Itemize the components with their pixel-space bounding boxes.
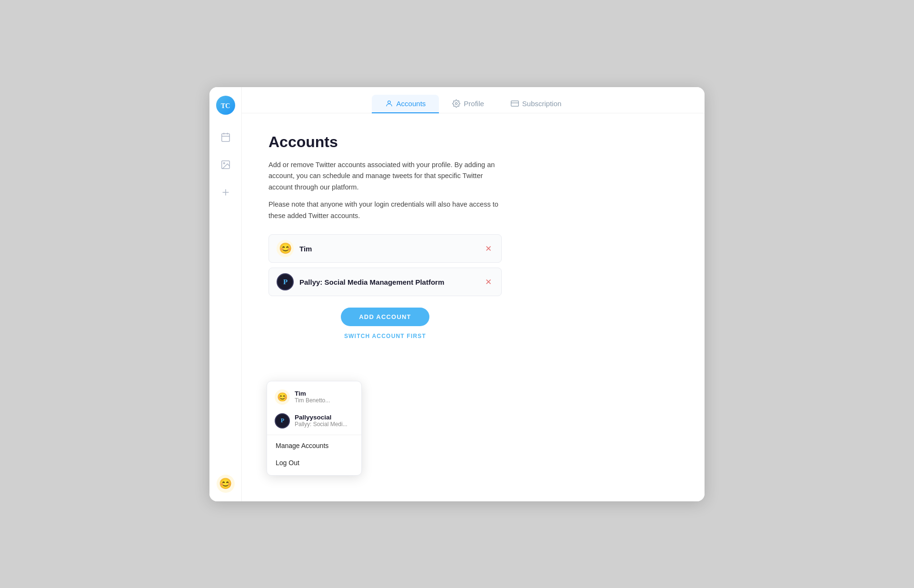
switch-account-button[interactable]: SWITCH ACCOUNT FIRST (268, 333, 502, 339)
dropdown-name-pallyy: Pallyysocial (295, 414, 348, 421)
dropdown-avatar-pallyy: P (275, 413, 290, 429)
page-body: Accounts Add or remove Twitter accounts … (242, 113, 705, 355)
account-avatar-tim: 😊 (277, 240, 294, 257)
dropdown-manage-accounts[interactable]: Manage Accounts (267, 437, 361, 454)
dropdown-avatar-tim: 😊 (275, 389, 290, 405)
dropdown-divider (267, 435, 361, 435)
account-avatar-pallyy: P (277, 273, 294, 290)
sidebar-item-add[interactable] (217, 183, 235, 201)
account-name-pallyy: Pallyy: Social Media Management Platform (299, 278, 477, 286)
tab-subscription[interactable]: Subscription (497, 95, 575, 113)
account-row-pallyy: P Pallyy: Social Media Management Platfo… (268, 268, 502, 296)
app-window: TC 😊 Accounts Profi (209, 87, 705, 501)
dropdown-info-pallyy: Pallyysocial Pallyy: Social Medi... (295, 414, 348, 428)
svg-point-6 (223, 162, 225, 164)
account-row-tim: 😊 Tim ✕ (268, 234, 502, 263)
account-dropdown: 😊 Tim Tim Benetto... P Pallyysocial Pall… (267, 381, 362, 476)
dropdown-item-pallyy[interactable]: P Pallyysocial Pallyy: Social Medi... (267, 409, 361, 433)
svg-text:TC: TC (221, 102, 230, 110)
svg-rect-11 (511, 100, 519, 106)
page-description: Add or remove Twitter accounts associate… (268, 159, 502, 194)
dropdown-name-tim: Tim (295, 390, 330, 397)
dropdown-item-tim[interactable]: 😊 Tim Tim Benetto... (267, 385, 361, 409)
svg-point-9 (387, 100, 390, 103)
page-note: Please note that anyone with your login … (268, 199, 502, 222)
main-content: Accounts Profile Subscription Accounts A… (242, 87, 705, 501)
account-remove-tim[interactable]: ✕ (483, 243, 494, 254)
account-list: 😊 Tim ✕ P Pallyy: Social Media Managemen… (268, 234, 502, 296)
top-nav: Accounts Profile Subscription (242, 87, 705, 113)
dropdown-sub-pallyy: Pallyy: Social Medi... (295, 421, 348, 428)
svg-point-10 (456, 102, 457, 104)
sidebar: TC 😊 (209, 87, 242, 501)
app-logo[interactable]: TC (216, 96, 235, 115)
sidebar-user-avatar[interactable]: 😊 (217, 475, 235, 493)
sidebar-item-media[interactable] (217, 156, 235, 174)
action-area: ADD ACCOUNT SWITCH ACCOUNT FIRST (268, 308, 502, 339)
sidebar-item-calendar[interactable] (217, 128, 235, 146)
dropdown-sub-tim: Tim Benetto... (295, 397, 330, 404)
sidebar-nav (217, 128, 235, 475)
page-title: Accounts (268, 133, 678, 151)
add-account-button[interactable]: ADD ACCOUNT (341, 308, 429, 326)
account-remove-pallyy[interactable]: ✕ (483, 277, 494, 287)
tab-accounts[interactable]: Accounts (372, 95, 439, 113)
dropdown-info-tim: Tim Tim Benetto... (295, 390, 330, 404)
account-name-tim: Tim (299, 245, 477, 253)
dropdown-log-out[interactable]: Log Out (267, 454, 361, 471)
tab-profile[interactable]: Profile (439, 95, 497, 113)
svg-rect-1 (221, 133, 229, 141)
